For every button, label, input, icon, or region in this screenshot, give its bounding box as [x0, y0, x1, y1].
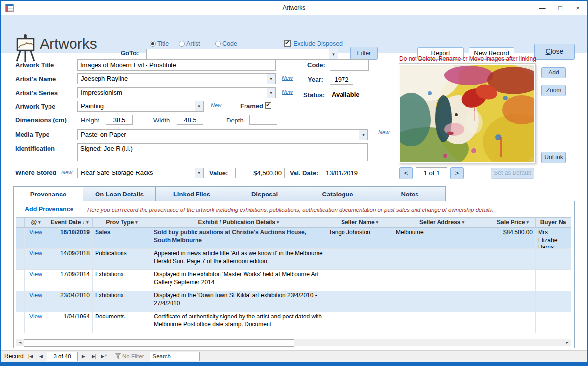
cell-details[interactable]: Displayed in the exhibiton 'Master Works…: [151, 270, 326, 291]
minimize-button[interactable]: —: [534, 1, 551, 15]
new-media-link[interactable]: New: [378, 129, 389, 135]
table-row[interactable]: View 1/04/1964 Documents Certificate of …: [16, 312, 571, 333]
col-header-details[interactable]: Exhibit / Publication Details ▾: [151, 218, 326, 227]
image-next-button[interactable]: >: [450, 167, 464, 179]
search-input[interactable]: [150, 352, 200, 361]
cell-buyer[interactable]: [536, 312, 571, 333]
new-stored-link[interactable]: New: [61, 170, 72, 175]
cell-prov-type[interactable]: Sales: [93, 228, 151, 248]
val-date-field[interactable]: [323, 168, 368, 178]
cell-seller-address[interactable]: [393, 249, 490, 269]
cell-buyer[interactable]: [536, 249, 571, 269]
scrollbar-thumb[interactable]: [24, 339, 294, 347]
depth-field[interactable]: [249, 115, 277, 125]
tab-disposal[interactable]: Disposal: [228, 186, 301, 202]
no-filter-button[interactable]: No Filter: [115, 353, 144, 359]
goto-combobox[interactable]: ▾: [146, 49, 338, 60]
cell-details[interactable]: Displayed in the 'Down town St Kilda' ar…: [151, 291, 326, 312]
cell-sale-price[interactable]: $84,500.00: [490, 228, 536, 248]
radio-code[interactable]: [215, 41, 221, 47]
tab-provenance[interactable]: Provenance: [13, 186, 83, 202]
artwork-image[interactable]: [399, 63, 536, 163]
cell-event-date[interactable]: 16/10/2019: [47, 228, 93, 248]
col-header-buyer[interactable]: Buyer Na: [536, 218, 571, 227]
scroll-left-arrow[interactable]: ◄: [16, 339, 24, 346]
col-header-prov-type[interactable]: Prov Type ▾: [93, 218, 151, 227]
year-field[interactable]: [330, 74, 353, 85]
col-header-sale-price[interactable]: Sale Price ▾: [490, 218, 536, 227]
tab-on-loan-details[interactable]: On Loan Details: [83, 186, 156, 202]
cell-event-date[interactable]: 1/04/1964: [47, 312, 93, 333]
maximize-button[interactable]: □: [551, 1, 569, 15]
chevron-down-icon[interactable]: ▾: [267, 74, 275, 84]
close-window-button[interactable]: ×: [569, 1, 587, 15]
cell-buyer[interactable]: [536, 291, 571, 312]
cell-event-date[interactable]: 23/04/2010: [47, 291, 93, 312]
cell-details[interactable]: Certificate of authenticity signed by th…: [151, 312, 326, 333]
chevron-down-icon[interactable]: ▾: [329, 49, 338, 59]
cell-sale-price[interactable]: [490, 249, 536, 269]
cell-buyer[interactable]: Mrs Elizabe Harris: [536, 228, 571, 248]
col-header-at[interactable]: @ ▾: [25, 218, 47, 227]
cell-seller-address[interactable]: [393, 270, 490, 291]
add-provenance-link[interactable]: Add Provenance: [25, 206, 74, 213]
col-header-event-date[interactable]: Event Date ↓ ▾: [47, 218, 93, 227]
media-type-combobox[interactable]: Pastel on Paper ▾: [77, 129, 368, 140]
view-link[interactable]: View: [29, 292, 42, 299]
radio-title[interactable]: [150, 41, 156, 47]
cell-sale-price[interactable]: [490, 312, 536, 333]
next-record-button[interactable]: ▶: [79, 352, 88, 361]
chevron-down-icon[interactable]: ▾: [195, 101, 203, 111]
col-header-seller-name[interactable]: Seller Name ▾: [326, 218, 393, 227]
view-link[interactable]: View: [29, 271, 42, 278]
tab-notes[interactable]: Notes: [374, 186, 446, 202]
image-prev-button[interactable]: <: [399, 167, 413, 179]
chevron-down-icon[interactable]: ▾: [195, 168, 203, 178]
cell-seller-name[interactable]: [326, 291, 393, 312]
cell-details[interactable]: Sold buy public austions at Christie's A…: [151, 228, 326, 248]
value-field[interactable]: [235, 168, 285, 178]
artwork-title-field[interactable]: [77, 59, 276, 71]
identification-field[interactable]: Signed: Joe R (l.l.): [77, 143, 368, 161]
horizontal-scrollbar[interactable]: ◄ ►: [16, 339, 571, 346]
new-record-nav-button[interactable]: ▶ *: [99, 352, 109, 361]
chevron-down-icon[interactable]: ▾: [267, 88, 275, 98]
table-row[interactable]: View 23/04/2010 Exhibitions Displayed in…: [16, 291, 571, 312]
cell-prov-type[interactable]: Publications: [93, 249, 151, 269]
cell-seller-name[interactable]: [326, 270, 393, 291]
table-row[interactable]: View 17/09/2014 Exhibitions Displayed in…: [16, 270, 571, 291]
artist-series-combobox[interactable]: Impressionism ▾: [77, 87, 276, 98]
filter-button[interactable]: Filter: [350, 47, 378, 60]
height-field[interactable]: [106, 115, 133, 125]
cell-event-date[interactable]: 17/09/2014: [47, 270, 93, 291]
new-artist-link[interactable]: New: [282, 75, 293, 81]
cell-seller-name[interactable]: [326, 312, 393, 333]
view-link[interactable]: View: [29, 313, 42, 320]
last-record-button[interactable]: ▶|: [89, 352, 98, 361]
image-position-box[interactable]: 1 of 1: [416, 167, 447, 179]
tab-catalogue[interactable]: Catalogue: [301, 186, 374, 202]
zoom-image-button[interactable]: Zoom: [541, 85, 566, 96]
cell-prov-type[interactable]: Documents: [93, 312, 151, 333]
col-header-seller-address[interactable]: Seller Address ▾: [393, 218, 490, 227]
table-row[interactable]: View 16/10/2019 Sales Sold buy public au…: [16, 228, 571, 249]
close-button[interactable]: Close: [534, 44, 575, 60]
cell-sale-price[interactable]: [490, 270, 536, 291]
previous-record-button[interactable]: ◀: [36, 352, 46, 361]
artwork-type-combobox[interactable]: Painting ▾: [77, 101, 204, 112]
first-record-button[interactable]: |◀: [26, 352, 35, 361]
cell-seller-address[interactable]: Melbourne: [393, 228, 490, 248]
cell-event-date[interactable]: 14/09/2018: [47, 249, 93, 269]
new-series-link[interactable]: New: [282, 89, 293, 95]
set-as-default-button[interactable]: Set as Default: [491, 168, 534, 179]
artist-name-combobox[interactable]: Joeseph Rayline ▾: [77, 73, 276, 84]
add-image-button[interactable]: Add: [541, 67, 566, 78]
tab-linked-files[interactable]: Linked Files: [156, 186, 228, 202]
cell-seller-name[interactable]: [326, 249, 393, 269]
cell-seller-name[interactable]: Tango Johnston: [326, 228, 393, 248]
cell-prov-type[interactable]: Exhibitions: [93, 270, 151, 291]
framed-checkbox[interactable]: [265, 102, 271, 109]
table-row[interactable]: View 14/09/2018 Publications Appeared in…: [16, 249, 571, 270]
cell-details[interactable]: Appeared in news article title 'Art as w…: [151, 249, 326, 269]
width-field[interactable]: [177, 115, 203, 125]
